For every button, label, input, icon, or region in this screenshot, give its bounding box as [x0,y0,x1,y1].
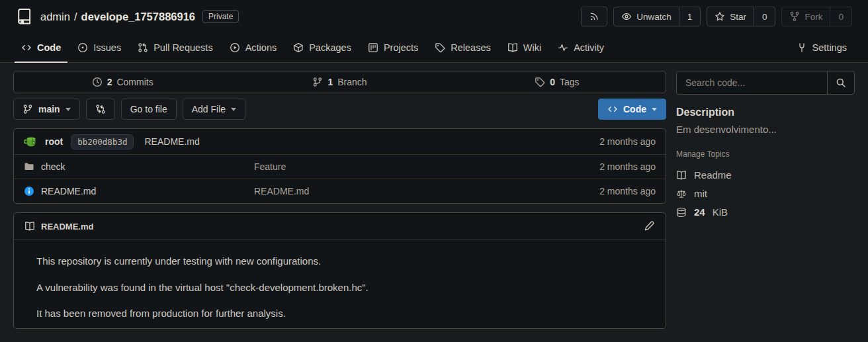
star-button[interactable]: Star [707,7,754,26]
tab-actions-label: Actions [245,42,277,53]
file-name[interactable]: README.md [41,186,96,196]
tab-actions[interactable]: Actions [223,33,284,63]
law-scales-icon [676,189,687,199]
description-text: Em desenvolvimento... [676,124,855,135]
book-open-icon [676,170,687,181]
pull-request-icon [138,42,148,53]
package-icon [293,42,304,53]
code-download-button[interactable]: Code [598,99,666,120]
tab-activity-label: Activity [574,42,604,53]
commit-sha-badge[interactable]: bb200d8b3d [71,134,134,150]
code-icon [607,104,618,114]
commit-author-avatar[interactable] [24,134,38,149]
search-input[interactable] [677,71,827,94]
repo-toolbar: main Go to file Add File [13,99,666,120]
file-row-readme[interactable]: README.md README.md 2 months ago [14,179,666,203]
fork-label: Fork [804,12,822,22]
unwatch-label: Unwatch [636,12,672,22]
repo-stats-bar: 2 Commits 1 Branch 0 Tags [13,71,666,93]
tab-projects[interactable]: Projects [361,33,425,63]
repo-owner-link[interactable]: admin [40,11,70,23]
branches-stat[interactable]: 1 Branch [231,77,448,87]
fork-count[interactable]: 0 [830,7,851,26]
tab-wiki[interactable]: Wiki [501,33,548,63]
tab-code-label: Code [37,42,61,53]
add-file-button[interactable]: Add File [183,99,245,120]
code-search-box [676,71,855,95]
readme-paragraph: This repository is currently under testi… [36,255,643,268]
tab-releases[interactable]: Releases [428,33,497,63]
file-date: 2 months ago [599,161,656,172]
watch-count[interactable]: 1 [679,7,701,26]
latest-commit-row[interactable]: root bb200d8b3d README.md 2 months ago [14,129,666,154]
readme-panel-header: README.md [14,213,666,240]
folder-icon [24,161,34,172]
file-commit-message[interactable]: Feature [254,161,286,172]
unwatch-button[interactable]: Unwatch [614,7,679,26]
tab-pull-requests[interactable]: Pull Requests [131,33,219,63]
commits-count: 2 [107,77,112,87]
readme-meta-item[interactable]: Readme [676,169,855,181]
search-icon [836,77,846,88]
tab-settings[interactable]: Settings [790,33,853,63]
file-name[interactable]: check [41,161,65,172]
code-icon [21,42,32,53]
tab-packages-label: Packages [309,42,351,53]
tag-icon [435,42,445,53]
tab-releases-label: Releases [451,42,490,53]
branch-name: main [38,104,60,114]
issue-icon [77,42,88,53]
repo-main-column: 2 Commits 1 Branch 0 Tags [13,71,666,329]
compare-button[interactable] [86,99,115,120]
tab-wiki-label: Wiki [523,42,541,53]
edit-readme-button[interactable] [643,220,655,232]
tab-code[interactable]: Code [15,33,67,63]
tab-packages[interactable]: Packages [286,33,358,63]
history-icon [92,77,103,87]
add-file-label: Add File [192,104,226,114]
tab-settings-label: Settings [812,42,847,53]
repo-content: 2 Commits 1 Branch 0 Tags [0,63,868,329]
tab-issues[interactable]: Issues [71,33,128,63]
chevron-down-icon [652,108,657,111]
tags-count: 0 [550,77,555,87]
repo-sidebar: Description Em desenvolvimento... Manage… [676,71,855,329]
commit-author[interactable]: root [45,136,63,147]
license-meta-item[interactable]: mit [676,188,855,199]
readme-panel: README.md This repository is currently u… [13,212,666,329]
project-board-icon [368,42,378,53]
repo-book-icon [16,8,33,25]
commit-date: 2 months ago [599,136,656,147]
manage-topics-link[interactable]: Manage Topics [676,150,730,159]
fork-button[interactable]: Fork [782,7,830,26]
chevron-down-icon [65,108,71,111]
search-button[interactable] [827,71,854,94]
compare-icon [95,104,106,114]
repo-header: admin / develope_1757886916 Private [0,0,868,33]
repo-tab-bar: Code Issues Pull Requests Actions Packag… [0,33,868,63]
branch-selector[interactable]: main [13,99,80,120]
tags-stat[interactable]: 0 Tags [449,77,666,87]
star-icon [715,11,725,22]
size-value: 24 [694,206,705,218]
fork-button-group: Fork 0 [781,7,852,26]
branch-icon [22,104,33,114]
branch-icon [312,77,323,87]
file-commit-message[interactable]: README.md [254,186,309,196]
star-button-group: Star 0 [707,7,775,26]
size-meta-item[interactable]: 24 KiB [676,206,855,218]
tags-label: Tags [560,77,580,87]
repo-name-link[interactable]: develope_1757886916 [81,11,195,23]
tab-activity[interactable]: Activity [551,33,611,63]
tools-icon [797,42,807,53]
readme-title: README.md [41,222,93,232]
go-to-file-button[interactable]: Go to file [121,99,177,120]
commits-label: Commits [116,77,153,87]
star-count[interactable]: 0 [754,7,775,26]
commits-stat[interactable]: 2 Commits [14,77,231,87]
play-circle-icon [230,42,240,53]
rss-button[interactable] [582,7,607,26]
file-row-check[interactable]: check Feature 2 months ago [14,154,666,179]
file-date: 2 months ago [599,186,656,196]
commit-message[interactable]: README.md [144,136,199,147]
